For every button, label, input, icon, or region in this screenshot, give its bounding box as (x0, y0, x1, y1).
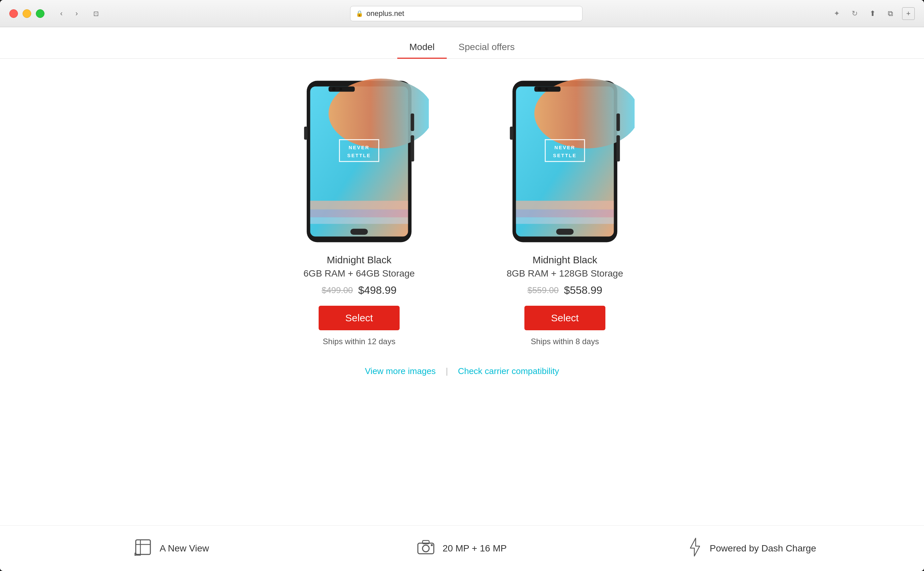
phone-image-2: NEVER SETTLE (495, 79, 635, 244)
product-2-storage: 8GB RAM + 128GB Storage (507, 268, 623, 279)
lock-icon: 🔒 (356, 10, 363, 17)
sidebar-icon: ⊡ (93, 9, 99, 18)
product-1-storage: 6GB RAM + 64GB Storage (303, 268, 415, 279)
bottom-links: View more images | Check carrier compati… (365, 366, 559, 377)
dash-charge-icon (688, 537, 702, 559)
refresh-icon: ↻ (852, 9, 857, 18)
feature-3-text: Powered by Dash Charge (710, 543, 816, 554)
plus-icon: + (906, 9, 911, 18)
sidebar-toggle-button[interactable]: ⊡ (90, 7, 102, 20)
new-tab-button[interactable]: + (902, 7, 915, 20)
traffic-lights (9, 9, 45, 18)
svg-text:SETTLE: SETTLE (553, 153, 576, 158)
product-2-ships-text: Ships within 8 days (531, 337, 599, 346)
address-bar-container: 🔒 oneplus.net (109, 6, 824, 21)
view-images-link[interactable]: View more images (365, 366, 435, 377)
svg-rect-23 (516, 217, 614, 224)
browser-window: ‹ › ⊡ 🔒 oneplus.net ✦ ↻ ⬆ ⧉ (0, 0, 924, 571)
links-divider: | (446, 366, 448, 377)
product-2-price-new: $558.99 (564, 284, 602, 296)
svg-text:NEVER: NEVER (348, 145, 369, 150)
product-1-price-old: $499.00 (322, 285, 353, 295)
feature-item-camera: 20 MP + 16 MP (317, 540, 607, 557)
feature-1-text: A New View (159, 543, 209, 554)
tabview-icon: ⧉ (888, 9, 893, 18)
tab-view-button[interactable]: ⧉ (884, 7, 897, 20)
products-section: NEVER SETTLE (0, 59, 924, 525)
svg-rect-13 (350, 229, 368, 235)
product-1-name: Midnight Black (327, 254, 391, 265)
svg-marker-43 (690, 538, 700, 556)
url-text: oneplus.net (367, 9, 404, 18)
share-icon: ⬆ (870, 9, 876, 18)
tab-model[interactable]: Model (397, 37, 446, 59)
minimize-button[interactable] (23, 9, 31, 18)
product-2-name: Midnight Black (532, 254, 597, 265)
svg-rect-22 (516, 210, 614, 218)
close-button[interactable] (9, 9, 18, 18)
svg-rect-31 (616, 113, 620, 131)
svg-rect-5 (310, 210, 408, 218)
svg-point-40 (423, 545, 429, 552)
product-2-price-old: $559.00 (528, 285, 559, 295)
camera-icon (417, 540, 435, 557)
phone-image-1: NEVER SETTLE (289, 79, 429, 244)
back-button[interactable]: ‹ (55, 7, 68, 20)
svg-rect-30 (556, 229, 574, 235)
feature-item-view: A New View (26, 539, 317, 558)
svg-rect-6 (310, 217, 408, 224)
star-icon: ✦ (834, 9, 840, 18)
share-button[interactable]: ⬆ (866, 7, 879, 20)
product-1-select-button[interactable]: Select (319, 306, 399, 330)
svg-text:NEVER: NEVER (554, 145, 575, 150)
page-content: Model Special offers (0, 27, 924, 571)
products-row: NEVER SETTLE (273, 79, 651, 346)
refresh-button[interactable]: ↻ (848, 7, 861, 20)
svg-rect-21 (516, 201, 614, 209)
svg-rect-34 (136, 540, 150, 554)
check-carrier-link[interactable]: Check carrier compatibility (458, 366, 559, 377)
address-bar[interactable]: 🔒 oneplus.net (350, 6, 582, 21)
product-card-2: NEVER SETTLE Midnight Black 8GB RAM + (478, 79, 651, 346)
svg-rect-4 (310, 201, 408, 209)
feature-2-text: 20 MP + 16 MP (443, 543, 506, 554)
svg-text:SETTLE: SETTLE (347, 153, 371, 158)
browser-titlebar: ‹ › ⊡ 🔒 oneplus.net ✦ ↻ ⬆ ⧉ (0, 0, 924, 27)
svg-rect-33 (510, 127, 514, 140)
toolbar-right: ✦ ↻ ⬆ ⧉ + (830, 7, 915, 20)
svg-rect-32 (616, 135, 620, 162)
svg-point-29 (545, 88, 548, 91)
forward-button[interactable]: › (70, 7, 83, 20)
product-1-ships-text: Ships within 12 days (323, 337, 396, 346)
product-2-select-button[interactable]: Select (525, 306, 605, 330)
product-2-price: $559.00 $558.99 (528, 284, 602, 296)
product-1-price: $499.00 $498.99 (322, 284, 396, 296)
svg-rect-14 (410, 113, 414, 131)
maximize-button[interactable] (36, 9, 45, 18)
svg-point-28 (538, 87, 541, 91)
feature-item-dash: Powered by Dash Charge (607, 537, 898, 559)
svg-rect-15 (410, 135, 414, 162)
svg-point-12 (339, 88, 342, 91)
product-card-1: NEVER SETTLE (273, 79, 446, 346)
features-bar: A New View 20 MP + 16 MP (0, 525, 924, 571)
nav-buttons: ‹ › (55, 7, 83, 20)
svg-rect-16 (304, 127, 308, 140)
new-view-icon (135, 539, 152, 558)
tabs-container: Model Special offers (0, 27, 924, 59)
tab-special-offers[interactable]: Special offers (447, 37, 527, 59)
bookmark-button[interactable]: ✦ (830, 7, 843, 20)
product-1-price-new: $498.99 (358, 284, 396, 296)
svg-point-11 (332, 87, 336, 91)
svg-point-42 (431, 544, 433, 546)
